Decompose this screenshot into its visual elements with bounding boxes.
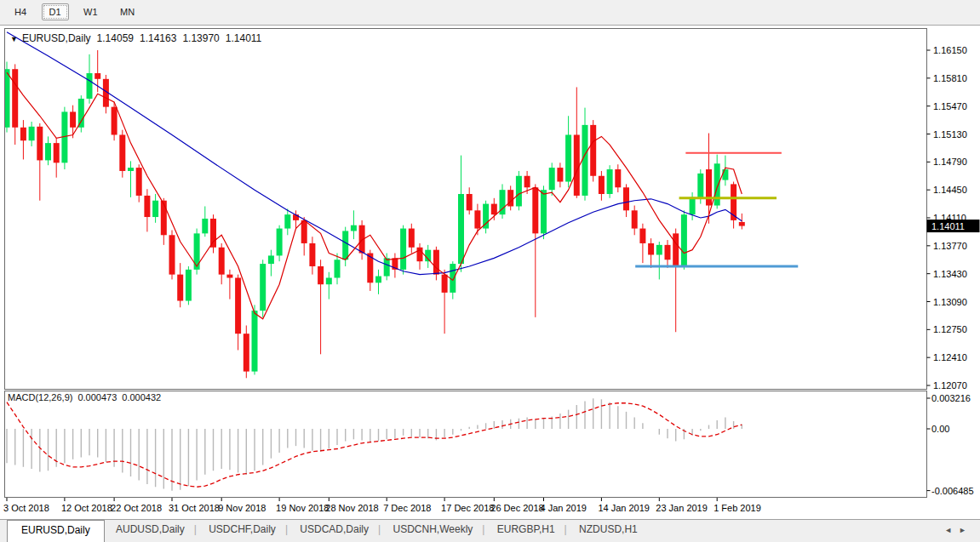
candle-body bbox=[557, 168, 563, 181]
price-tick-label: 1.15130 bbox=[933, 129, 967, 140]
candle-body bbox=[615, 169, 621, 187]
macd-axis[interactable]: 0.0032160.00-0.006485 bbox=[927, 393, 974, 496]
price-tick-label: 1.12750 bbox=[933, 324, 967, 334]
candle-body bbox=[648, 243, 654, 255]
tab-audusd-daily[interactable]: AUDUSD,Daily bbox=[107, 520, 193, 539]
symbol-timeframe-label: EURUSD,Daily bbox=[22, 32, 91, 44]
tab-scroll-left-button[interactable]: ◄ bbox=[944, 526, 959, 534]
candle-body bbox=[541, 190, 547, 233]
candle-body bbox=[210, 219, 216, 248]
candle-body bbox=[226, 275, 232, 278]
candle-body bbox=[87, 73, 93, 99]
candle-body bbox=[590, 125, 596, 176]
candle-body bbox=[607, 169, 613, 194]
candle-body bbox=[70, 111, 76, 127]
date-tick-label: 23 Jan 2019 bbox=[656, 503, 708, 513]
time-axis[interactable]: 3 Oct 201812 Oct 201822 Oct 201831 Oct 2… bbox=[3, 498, 761, 513]
candle-body bbox=[45, 143, 51, 160]
tab-separator: | bbox=[564, 520, 568, 539]
candle-body bbox=[474, 210, 480, 228]
date-tick-label: 1 Feb 2019 bbox=[714, 503, 761, 513]
candle-body bbox=[739, 222, 745, 226]
candle-body bbox=[516, 176, 522, 207]
candle-body bbox=[235, 277, 241, 334]
tab-usdcnh-weekly[interactable]: USDCNH,Weekly bbox=[385, 520, 482, 539]
candle-body bbox=[12, 69, 18, 128]
macd-tick-label: 0.003216 bbox=[931, 393, 971, 403]
candle-body bbox=[351, 225, 357, 231]
candle-body bbox=[29, 127, 35, 140]
candle-body bbox=[161, 201, 167, 236]
tab-nzdusd-h1[interactable]: NZDUSD,H1 bbox=[570, 520, 646, 539]
candle-body bbox=[467, 194, 473, 210]
tab-usdcad-daily[interactable]: USDCAD,Daily bbox=[291, 520, 377, 539]
date-tick-label: 9 Nov 2018 bbox=[218, 503, 266, 513]
macd-main-value: 0.000473 bbox=[77, 392, 117, 402]
price-tick-label: 1.16150 bbox=[933, 45, 967, 55]
tab-separator: | bbox=[193, 520, 198, 539]
macd-signal-value: 0.000432 bbox=[122, 392, 161, 402]
candle-body bbox=[268, 255, 274, 264]
candle-body bbox=[549, 168, 555, 190]
candle-body bbox=[681, 214, 687, 266]
candle-body bbox=[136, 168, 142, 196]
tab-scroll-right-button[interactable]: ► bbox=[959, 526, 973, 534]
candle-body bbox=[342, 231, 348, 260]
tab-separator: | bbox=[481, 520, 485, 539]
date-tick-label: 28 Nov 2018 bbox=[325, 503, 378, 513]
candle-body bbox=[690, 197, 696, 214]
candle-body bbox=[326, 277, 332, 284]
candle-body bbox=[309, 243, 315, 266]
candle-body bbox=[186, 270, 192, 301]
candle-body bbox=[442, 275, 448, 293]
date-tick-label: 19 Nov 2018 bbox=[276, 503, 329, 513]
price-tick-label: 1.15470 bbox=[933, 101, 967, 111]
date-tick-label: 31 Oct 2018 bbox=[169, 503, 220, 513]
candle-body bbox=[632, 210, 638, 228]
candle-body bbox=[400, 229, 406, 270]
price-tick-label: 1.13770 bbox=[933, 241, 967, 251]
candle-body bbox=[37, 127, 43, 161]
chart-title: ▼EURUSD,Daily1.140591.141631.139701.1401… bbox=[10, 32, 261, 44]
date-tick-label: 26 Dec 2018 bbox=[490, 503, 543, 513]
candle-body bbox=[665, 245, 671, 260]
date-tick-label: 22 Oct 2018 bbox=[111, 503, 162, 513]
tab-eurgbp-h1[interactable]: EURGBP,H1 bbox=[489, 520, 564, 539]
candle-body bbox=[574, 134, 580, 195]
date-tick-label: 12 Oct 2018 bbox=[61, 503, 112, 513]
candle-body bbox=[706, 169, 712, 205]
price-panel[interactable] bbox=[5, 29, 927, 390]
chart-canvas[interactable]: 1.161501.158101.154701.151301.147901.144… bbox=[0, 0, 980, 519]
date-tick-label: 4 Jan 2019 bbox=[541, 503, 587, 513]
candle-body bbox=[244, 334, 249, 371]
price-tick-label: 1.14450 bbox=[933, 185, 967, 195]
candle-body bbox=[565, 134, 571, 181]
tab-separator: | bbox=[284, 520, 289, 539]
candle-body bbox=[20, 128, 26, 140]
price-axis[interactable]: 1.161501.158101.154701.151301.147901.144… bbox=[927, 45, 980, 391]
candle-body bbox=[152, 201, 158, 217]
candle-body bbox=[219, 248, 225, 275]
candle-body bbox=[673, 233, 679, 266]
macd-panel[interactable] bbox=[5, 391, 927, 498]
macd-tick-label: 0.00 bbox=[931, 424, 949, 434]
tab-usdchf-daily[interactable]: USDCHF,Daily bbox=[200, 520, 284, 539]
candle-body bbox=[301, 220, 307, 243]
candle-body bbox=[335, 260, 341, 277]
price-tick-label: 1.14790 bbox=[933, 157, 967, 167]
candle-body bbox=[177, 275, 183, 301]
candle-body bbox=[384, 258, 390, 276]
price-tick-label: 1.12410 bbox=[933, 352, 967, 362]
price-tick-label: 1.12070 bbox=[933, 380, 967, 391]
candle-body bbox=[95, 73, 100, 79]
candle-body bbox=[722, 169, 728, 180]
macd-tick-label: -0.006485 bbox=[931, 486, 974, 496]
candle-body bbox=[194, 233, 200, 269]
ohlc-low: 1.13970 bbox=[182, 32, 219, 44]
candle-body bbox=[433, 250, 439, 275]
symbol-dropdown-caret-icon[interactable]: ▼ bbox=[10, 35, 18, 43]
tab-eurusd-daily[interactable]: EURUSD,Daily bbox=[7, 520, 105, 542]
candle-body bbox=[277, 229, 283, 256]
macd-name: MACD(12,26,9) bbox=[8, 392, 72, 402]
candle-body bbox=[623, 187, 629, 210]
